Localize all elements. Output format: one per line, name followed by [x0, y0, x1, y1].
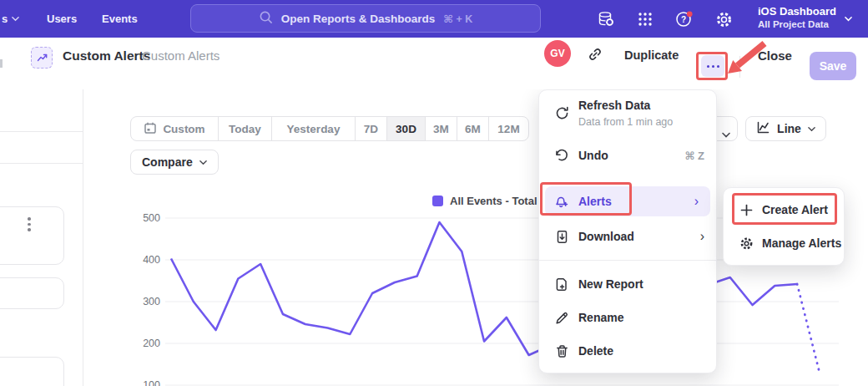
bell-plus-icon — [554, 194, 569, 209]
chart-type-button[interactable]: Line — [745, 116, 826, 141]
dashboard-name: iOS Dashboard — [758, 4, 836, 18]
compare-button[interactable]: Compare — [130, 150, 219, 175]
alerts-submenu: Create Alert Manage Alerts — [723, 187, 845, 266]
report-header: Custom Alerts Custom Alerts GV Duplicate… — [0, 38, 868, 89]
share-link-icon[interactable] — [584, 43, 606, 65]
submenu-arrow-icon: › — [700, 230, 704, 243]
range-30d-selected[interactable]: 30D — [386, 117, 425, 140]
settings-gear-icon[interactable] — [714, 9, 734, 29]
data-management-icon[interactable] — [596, 9, 616, 29]
chevron-down-icon — [808, 122, 815, 135]
project-scope: All Project Data — [758, 18, 836, 30]
avatar[interactable]: GV — [544, 40, 571, 67]
nav-item-users[interactable]: Users — [47, 0, 77, 38]
menu-item-alerts[interactable]: Alerts › — [545, 186, 710, 216]
search-shortcut: ⌘ + K — [443, 13, 472, 25]
submenu-item-manage-alerts[interactable]: Manage Alerts — [724, 228, 844, 258]
download-icon — [554, 229, 569, 244]
date-range-control: Custom Today Yesterday 7D 30D 3M 6M 12M — [130, 116, 529, 141]
calendar-icon — [144, 121, 157, 137]
menu-divider — [539, 260, 716, 261]
close-button[interactable]: Close — [758, 48, 792, 63]
pencil-icon — [554, 310, 569, 325]
report-type-icon — [31, 47, 53, 69]
duplicate-button[interactable]: Duplicate — [624, 48, 679, 62]
nav-item-cutoff[interactable]: s — [2, 0, 19, 38]
sidebar-card[interactable] — [0, 277, 64, 309]
new-report-icon — [554, 277, 569, 292]
range-3m[interactable]: 3M — [425, 117, 457, 140]
breadcrumb: Custom Alerts — [142, 48, 220, 63]
plus-icon — [739, 202, 754, 217]
app-window: 500400300200100 All Events - Total Custo… — [0, 0, 868, 386]
legend-label: All Events - Total — [450, 195, 537, 207]
range-today[interactable]: Today — [218, 117, 271, 140]
report-actions-menu: Refresh Data Data from 1 min ago Undo ⌘ … — [538, 89, 717, 373]
menu-item-download[interactable]: Download › — [539, 220, 716, 253]
header-divider — [739, 56, 740, 78]
chevron-down-icon — [12, 15, 19, 23]
range-7d[interactable]: 7D — [355, 117, 386, 140]
legend-swatch — [432, 196, 443, 206]
svg-text:500: 500 — [143, 212, 160, 224]
undo-shortcut: ⌘ Z — [684, 150, 704, 162]
chevron-down-icon[interactable] — [845, 15, 852, 23]
more-options-button[interactable] — [701, 55, 724, 77]
top-navbar: s Users Events Open Reports & Dashboards… — [0, 0, 868, 38]
kebab-menu-icon[interactable] — [28, 217, 31, 231]
save-button[interactable]: Save — [810, 52, 856, 80]
chevron-down-icon — [199, 155, 207, 169]
refresh-subtitle: Data from 1 min ago — [578, 116, 673, 128]
submenu-arrow-icon: › — [694, 195, 699, 208]
menu-item-undo[interactable]: Undo ⌘ Z — [539, 139, 716, 172]
line-chart-icon — [756, 120, 770, 137]
sidebar-collapse-handle[interactable] — [0, 59, 3, 68]
apps-grid-icon[interactable] — [635, 9, 655, 29]
submenu-item-create-alert[interactable]: Create Alert — [724, 195, 844, 225]
nav-item-events[interactable]: Events — [102, 0, 138, 38]
menu-item-new-report[interactable]: New Report — [539, 267, 716, 301]
svg-text:100: 100 — [143, 379, 160, 386]
chevron-down-icon — [722, 126, 729, 134]
menu-item-rename[interactable]: Rename — [539, 301, 716, 334]
project-switcher[interactable]: iOS Dashboard All Project Data — [758, 4, 836, 30]
undo-icon — [554, 148, 569, 163]
sidebar-row-divider — [0, 131, 83, 132]
chart-legend: All Events - Total — [432, 195, 537, 207]
svg-text:?: ? — [681, 15, 686, 24]
range-12m[interactable]: 12M — [488, 117, 528, 140]
sidebar-card[interactable] — [0, 206, 64, 265]
svg-text:400: 400 — [143, 254, 160, 266]
sidebar-row-divider — [0, 163, 83, 164]
sidebar-divider — [83, 89, 83, 386]
range-yesterday[interactable]: Yesterday — [271, 117, 355, 140]
search-input[interactable]: Open Reports & Dashboards ⌘ + K — [190, 4, 541, 33]
range-6m[interactable]: 6M — [457, 117, 488, 140]
page-title: Custom Alerts — [63, 48, 150, 63]
menu-item-delete[interactable]: Delete — [539, 334, 716, 368]
help-icon[interactable]: ? — [674, 9, 694, 29]
sidebar-card[interactable] — [0, 357, 64, 386]
trash-icon — [554, 343, 569, 358]
gear-icon — [739, 236, 754, 251]
svg-text:300: 300 — [143, 296, 160, 307]
search-placeholder: Open Reports & Dashboards — [281, 13, 436, 25]
svg-text:200: 200 — [143, 338, 160, 349]
refresh-icon — [554, 105, 569, 120]
range-custom[interactable]: Custom — [131, 117, 218, 140]
search-icon — [259, 10, 273, 28]
